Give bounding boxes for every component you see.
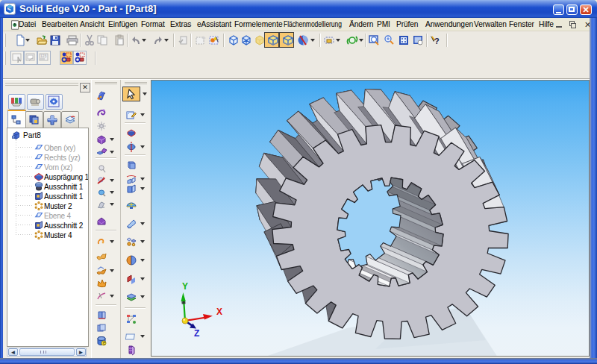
svg-text:X: X (216, 307, 222, 317)
svg-text:Z: Z (194, 328, 199, 339)
svg-text:?: ? (434, 37, 440, 46)
svg-text:Y: Y (182, 281, 188, 292)
svg-text:e: e (103, 340, 106, 345)
svg-text:123: 123 (40, 54, 47, 58)
